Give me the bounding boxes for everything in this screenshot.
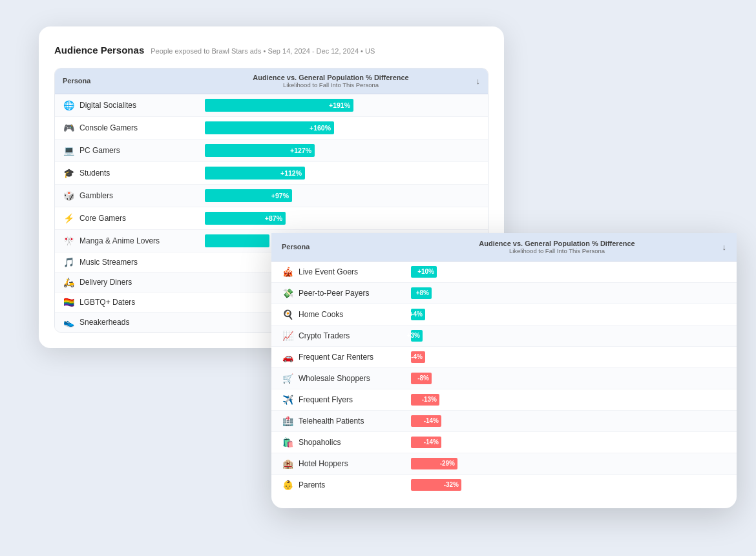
bar-cell: +191% [205, 99, 480, 112]
persona-cell: ⚡ Core Gamers [63, 213, 205, 223]
back-card-subtitle: People exposed to Brawl Stars ads • Sep … [151, 47, 375, 55]
bar-negative: -14% [411, 437, 441, 448]
persona-icon: 👟 [63, 317, 74, 327]
persona-name: PC Gamers [79, 146, 120, 155]
bar-positive: +10% [411, 266, 437, 278]
bar-cell: -14% [411, 415, 726, 427]
persona-name: Frequent Flyers [299, 395, 353, 404]
front-card: Persona Audience vs. General Population … [271, 233, 737, 508]
table-row[interactable]: 💸 Peer-to-Peer Payers +8% [271, 283, 737, 304]
bar-negative: -4% [411, 351, 425, 363]
persona-cell: 🎌 Manga & Anime Lovers [63, 236, 205, 246]
persona-cell: 🚗 Frequent Car Renters [282, 352, 411, 362]
bar-positive: +3% [411, 330, 423, 342]
persona-cell: 🌐 Digital Socialites [63, 100, 205, 110]
bar-positive: +127% [205, 144, 315, 157]
persona-cell: 🛍️ Shopaholics [282, 437, 411, 448]
bar-cell: -13% [411, 394, 726, 406]
table-row[interactable]: 💻 PC Gamers +127% [55, 139, 488, 162]
persona-name: Core Gamers [79, 214, 126, 223]
persona-cell: 🎲 Gamblers [63, 190, 205, 201]
persona-cell: 🎵 Music Streamers [63, 257, 205, 267]
persona-name: Digital Socialites [79, 101, 136, 110]
table-row[interactable]: 🏥 Telehealth Patients -14% [271, 411, 737, 432]
back-card-title: Audience Personas [54, 45, 144, 56]
persona-cell: 👶 Parents [282, 480, 411, 490]
bar-cell: -29% [411, 458, 726, 469]
persona-name: Manga & Anime Lovers [79, 236, 160, 245]
table-row[interactable]: 🌐 Digital Socialites +191% [55, 94, 488, 117]
table-row[interactable]: ✈️ Frequent Flyers -13% [271, 389, 737, 411]
persona-icon: 🎪 [282, 267, 293, 277]
persona-icon: 💸 [282, 288, 293, 298]
bar-positive: +8% [411, 287, 432, 299]
persona-name: Home Cooks [299, 310, 343, 319]
persona-name: Shopaholics [299, 438, 341, 447]
persona-icon: 🛵 [63, 277, 74, 287]
table-row[interactable]: 🛒 Wholesale Shoppers -8% [271, 368, 737, 389]
persona-cell: 💸 Peer-to-Peer Payers [282, 288, 411, 298]
bar-negative: -13% [411, 394, 439, 406]
persona-icon: 🍳 [282, 309, 293, 320]
persona-name: Delivery Diners [79, 278, 132, 287]
persona-icon: ✈️ [282, 395, 293, 405]
persona-icon: 📈 [282, 331, 293, 341]
persona-icon: 🚗 [282, 352, 293, 362]
persona-name: Console Gamers [79, 123, 138, 132]
persona-name: Telehealth Patients [299, 417, 364, 426]
bar-cell: +87% [205, 212, 480, 225]
persona-cell: 📈 Crypto Traders [282, 331, 411, 341]
bar-cell: +10% [411, 266, 726, 278]
persona-icon: 🎵 [63, 257, 74, 267]
persona-name: Live Event Goers [299, 267, 358, 276]
table-row[interactable]: ⚡ Core Gamers +87% [55, 207, 488, 230]
persona-name: Sneakerheads [79, 318, 129, 327]
persona-name: Parents [299, 480, 325, 489]
persona-icon: 🛍️ [282, 437, 293, 448]
bar-cell: -32% [411, 479, 726, 491]
bar-cell: -4% [411, 351, 726, 363]
bar-positive: +160% [205, 121, 334, 134]
persona-icon: 🎮 [63, 123, 74, 133]
persona-cell: 🎓 Students [63, 168, 205, 178]
persona-cell: ✈️ Frequent Flyers [282, 395, 411, 405]
persona-name: Wholesale Shoppers [299, 374, 370, 383]
table-row[interactable]: 🍳 Home Cooks +4% [271, 304, 737, 325]
persona-name: Hotel Hoppers [299, 459, 348, 468]
bar-cell: +112% [205, 167, 480, 180]
table-row[interactable]: 🎪 Live Event Goers +10% [271, 262, 737, 283]
persona-icon: 🛒 [282, 373, 293, 384]
table-row[interactable]: 🎲 Gamblers +97% [55, 185, 488, 207]
bar-cell: +4% [411, 309, 726, 320]
persona-cell: 🛒 Wholesale Shoppers [282, 373, 411, 384]
persona-icon: 💻 [63, 145, 74, 156]
bar-cell: +8% [411, 287, 726, 299]
bar-positive [205, 234, 269, 247]
persona-icon: 🎓 [63, 168, 74, 178]
persona-name: Music Streamers [79, 258, 138, 267]
persona-cell: 🏳️‍🌈 LGBTQ+ Daters [63, 297, 205, 307]
persona-cell: 🍳 Home Cooks [282, 309, 411, 320]
back-table-header: Persona Audience vs. General Population … [55, 68, 488, 94]
table-row[interactable]: 🎮 Console Gamers +160% [55, 117, 488, 139]
table-row[interactable]: 🚗 Frequent Car Renters -4% [271, 347, 737, 368]
persona-icon: 🎲 [63, 190, 74, 201]
persona-cell: 👟 Sneakerheads [63, 317, 205, 327]
bar-cell: -14% [411, 437, 726, 448]
table-row[interactable]: 📈 Crypto Traders +3% [271, 325, 737, 347]
persona-icon: 🏥 [282, 416, 293, 426]
bar-positive: +87% [205, 212, 286, 225]
table-row[interactable]: 🛍️ Shopaholics -14% [271, 432, 737, 453]
bar-positive: +4% [411, 309, 425, 320]
persona-name: Gamblers [79, 191, 113, 200]
table-row[interactable]: 🏨 Hotel Hoppers -29% [271, 453, 737, 475]
front-table-rows: 🎪 Live Event Goers +10% 💸 Peer-to-Peer P… [271, 262, 737, 495]
persona-icon: 🏨 [282, 458, 293, 469]
table-row[interactable]: 🎓 Students +112% [55, 162, 488, 185]
bar-positive: +97% [205, 189, 292, 202]
persona-icon: ⚡ [63, 213, 74, 223]
back-sort-icon[interactable]: ↓ [457, 76, 480, 86]
table-row[interactable]: 👶 Parents -32% [271, 475, 737, 495]
bar-cell: +127% [205, 144, 480, 157]
front-sort-icon[interactable]: ↓ [703, 242, 726, 252]
